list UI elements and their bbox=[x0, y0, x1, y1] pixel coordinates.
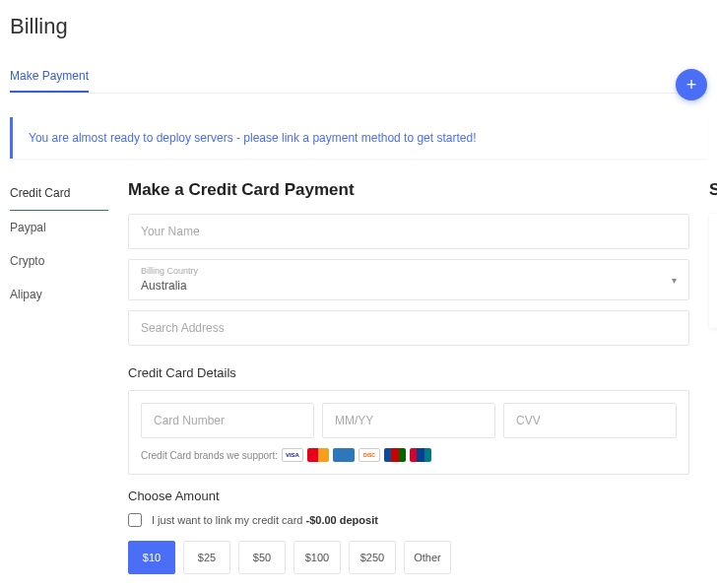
mastercard-icon bbox=[307, 448, 329, 462]
card-cvv-input[interactable] bbox=[503, 403, 677, 438]
cc-details-title: Credit Card Details bbox=[128, 365, 689, 380]
plus-icon: + bbox=[686, 75, 697, 96]
card-number-input[interactable] bbox=[141, 403, 314, 438]
summary-title: Summary bbox=[709, 180, 717, 200]
name-input[interactable] bbox=[128, 214, 689, 249]
amount-25[interactable]: $25 bbox=[183, 541, 230, 574]
payment-form: Make a Credit Card Payment Billing Count… bbox=[128, 180, 689, 588]
amount-options: $10 $25 $50 $100 $250 Other bbox=[128, 541, 689, 574]
amount-250[interactable]: $250 bbox=[349, 541, 396, 574]
summary-panel: Summary Apply Total Billed to Credit Car… bbox=[709, 180, 717, 588]
discover-icon: DISC bbox=[358, 448, 380, 462]
sidebar-item-crypto[interactable]: Crypto bbox=[10, 248, 108, 278]
address-input[interactable] bbox=[128, 310, 689, 346]
link-only-checkbox[interactable] bbox=[128, 513, 142, 527]
sidebar-item-paypal[interactable]: Paypal bbox=[10, 215, 108, 244]
country-value: Australia bbox=[141, 279, 187, 293]
card-brands-row: Credit Card brands we support: VISA DISC bbox=[141, 448, 677, 462]
card-details-group: Credit Card brands we support: VISA DISC bbox=[128, 390, 689, 475]
amount-10[interactable]: $10 bbox=[128, 541, 175, 574]
card-expiry-input[interactable] bbox=[322, 403, 495, 438]
info-alert: You are almost ready to deploy servers -… bbox=[10, 117, 707, 159]
top-tabs: Make Payment + bbox=[10, 61, 707, 94]
tab-make-payment[interactable]: Make Payment bbox=[10, 61, 89, 93]
visa-icon: VISA bbox=[282, 448, 303, 462]
sidebar-item-credit-card[interactable]: Credit Card bbox=[10, 180, 108, 211]
choose-amount-title: Choose Amount bbox=[128, 489, 689, 503]
amount-100[interactable]: $100 bbox=[293, 541, 341, 574]
country-label: Billing Country bbox=[141, 266, 677, 276]
amex-icon bbox=[333, 448, 355, 462]
page-title: Billing bbox=[10, 14, 707, 39]
add-button[interactable]: + bbox=[676, 69, 707, 100]
amount-50[interactable]: $50 bbox=[238, 541, 286, 574]
form-title: Make a Credit Card Payment bbox=[128, 180, 689, 200]
unionpay-icon bbox=[410, 448, 431, 462]
link-only-label: I just want to link my credit card -$0.0… bbox=[152, 514, 378, 526]
chevron-down-icon: ▾ bbox=[672, 275, 677, 286]
payment-method-sidebar: Credit Card Paypal Crypto Alipay bbox=[10, 180, 108, 588]
sidebar-item-alipay[interactable]: Alipay bbox=[10, 282, 108, 311]
brands-label: Credit Card brands we support: bbox=[141, 450, 278, 461]
amount-other[interactable]: Other bbox=[404, 541, 451, 574]
country-select[interactable]: Billing Country Australia ▾ bbox=[128, 259, 689, 300]
jcb-icon bbox=[384, 448, 406, 462]
